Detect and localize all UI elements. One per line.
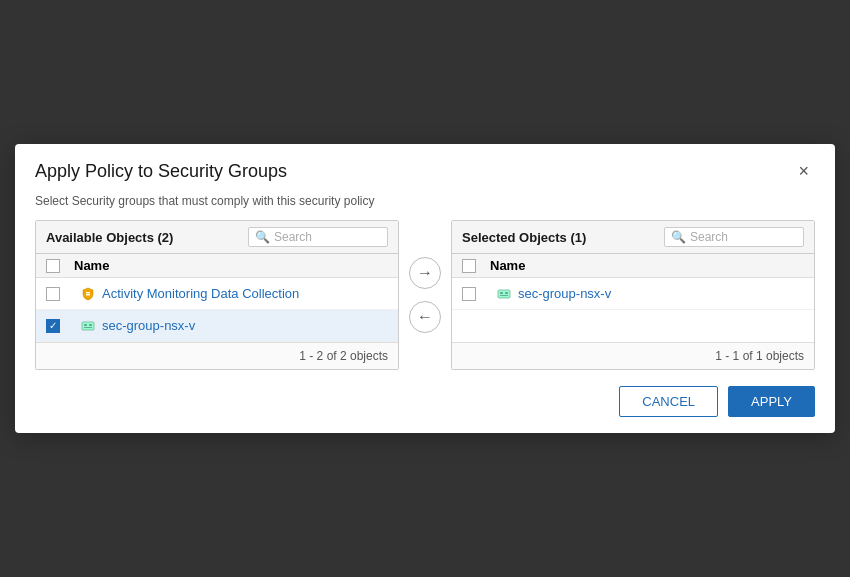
available-select-all-checkbox[interactable] xyxy=(46,259,74,273)
selected-objects-panel: Selected Objects (1) 🔍 Name xyxy=(451,220,815,370)
selected-row-1-name[interactable]: sec-group-nsx-v xyxy=(518,286,611,301)
close-button[interactable]: × xyxy=(792,160,815,182)
available-panel-footer: 1 - 2 of 2 objects xyxy=(36,342,398,369)
selected-table-header: Name xyxy=(452,254,814,278)
modal-footer: CANCEL APPLY xyxy=(15,370,835,433)
svg-rect-3 xyxy=(84,324,87,326)
selected-row-1-checkbox[interactable] xyxy=(462,287,476,301)
available-objects-panel: Available Objects (2) 🔍 Name xyxy=(35,220,399,370)
move-left-button[interactable]: ← xyxy=(409,301,441,333)
arrow-right-icon: → xyxy=(417,264,433,282)
svg-rect-0 xyxy=(86,292,90,294)
available-row-2-checkbox[interactable] xyxy=(46,319,60,333)
group-icon xyxy=(496,286,512,302)
selected-table-body: sec-group-nsx-v xyxy=(452,278,814,342)
table-row[interactable]: sec-group-nsx-v xyxy=(452,278,814,310)
available-search-input[interactable] xyxy=(274,230,381,244)
selected-header-checkbox[interactable] xyxy=(462,259,476,273)
available-name-column-header: Name xyxy=(74,258,388,273)
modal-header: Apply Policy to Security Groups × xyxy=(15,144,835,190)
selected-panel-footer: 1 - 1 of 1 objects xyxy=(452,342,814,369)
available-header-checkbox[interactable] xyxy=(46,259,60,273)
svg-rect-1 xyxy=(86,294,90,296)
table-row[interactable]: Activity Monitoring Data Collection xyxy=(36,278,398,310)
table-row[interactable]: sec-group-nsx-v xyxy=(36,310,398,342)
available-panel-title: Available Objects (2) xyxy=(46,230,173,245)
shield-icon xyxy=(80,286,96,302)
selected-panel-header: Selected Objects (1) 🔍 xyxy=(452,221,814,254)
modal-body: Available Objects (2) 🔍 Name xyxy=(15,220,835,370)
move-right-button[interactable]: → xyxy=(409,257,441,289)
svg-rect-8 xyxy=(505,292,508,294)
available-row-2-name: sec-group-nsx-v xyxy=(102,318,195,333)
group-icon xyxy=(80,318,96,334)
selected-select-all-checkbox[interactable] xyxy=(462,259,490,273)
available-search-box[interactable]: 🔍 xyxy=(248,227,388,247)
available-search-icon: 🔍 xyxy=(255,230,270,244)
available-row-1-checkbox[interactable] xyxy=(46,287,60,301)
selected-panel-title: Selected Objects (1) xyxy=(462,230,586,245)
svg-rect-7 xyxy=(500,292,503,294)
svg-rect-5 xyxy=(84,327,92,328)
modal: Apply Policy to Security Groups × Select… xyxy=(15,144,835,433)
apply-button[interactable]: APPLY xyxy=(728,386,815,417)
cancel-button[interactable]: CANCEL xyxy=(619,386,718,417)
svg-rect-9 xyxy=(500,295,508,296)
selected-search-input[interactable] xyxy=(690,230,797,244)
selected-search-box[interactable]: 🔍 xyxy=(664,227,804,247)
svg-rect-4 xyxy=(89,324,92,326)
modal-title: Apply Policy to Security Groups xyxy=(35,161,287,182)
modal-subtitle: Select Security groups that must comply … xyxy=(15,190,835,220)
selected-search-icon: 🔍 xyxy=(671,230,686,244)
available-table-header: Name xyxy=(36,254,398,278)
available-panel-header: Available Objects (2) 🔍 xyxy=(36,221,398,254)
modal-overlay: Apply Policy to Security Groups × Select… xyxy=(0,0,850,577)
available-table-body: Activity Monitoring Data Collection xyxy=(36,278,398,342)
arrow-left-icon: ← xyxy=(417,308,433,326)
arrow-panel: → ← xyxy=(399,220,451,370)
selected-name-column-header: Name xyxy=(490,258,804,273)
svg-rect-6 xyxy=(498,290,510,298)
available-row-1-name[interactable]: Activity Monitoring Data Collection xyxy=(102,286,299,301)
svg-rect-2 xyxy=(82,322,94,330)
